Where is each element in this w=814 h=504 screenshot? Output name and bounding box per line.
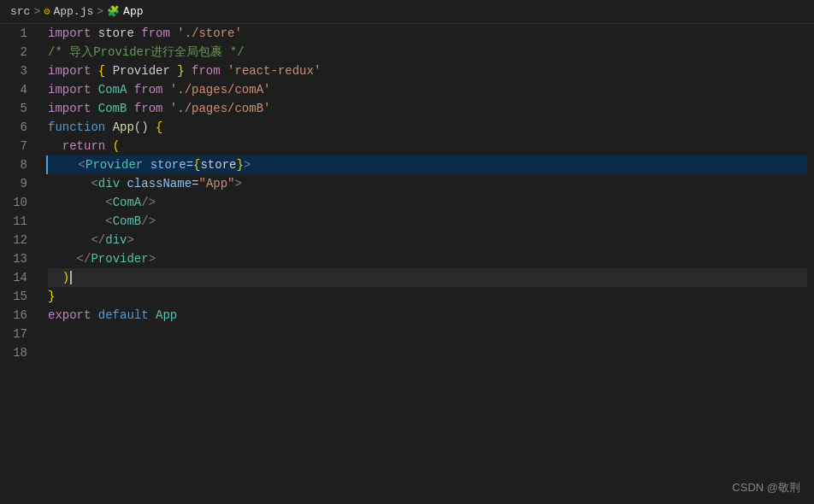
token: /* 导入Provider进行全局包裹 */ — [48, 43, 245, 62]
token: > — [244, 155, 251, 174]
text-cursor — [70, 271, 72, 284]
token: store — [150, 155, 186, 174]
token: div — [105, 231, 127, 249]
line-number: 17 — [7, 325, 27, 343]
line-number: 3 — [7, 62, 27, 80]
token: </ — [91, 231, 105, 249]
token: import — [48, 80, 98, 99]
code-line: <Provider store={store}> — [46, 155, 807, 174]
token — [48, 249, 77, 268]
code-line: <ComA/> — [48, 193, 807, 212]
token: function — [48, 118, 113, 137]
line-number: 11 — [7, 212, 27, 231]
token: () — [134, 118, 156, 137]
component-icon: 🧩 — [107, 5, 120, 18]
token: './store' — [177, 24, 242, 43]
line-number: 1 — [7, 24, 27, 43]
breadcrumb-appjs[interactable]: App.js — [53, 5, 93, 18]
token: < — [79, 155, 86, 174]
token — [48, 193, 105, 212]
token: default — [98, 306, 156, 325]
line-number: 7 — [7, 137, 27, 155]
token: App — [156, 306, 177, 325]
token — [48, 174, 91, 193]
token: from — [127, 99, 169, 118]
token — [48, 268, 62, 287]
token: /> — [141, 212, 156, 231]
token: = — [186, 155, 193, 174]
token: > — [235, 174, 242, 193]
line-number: 8 — [7, 155, 27, 174]
token: div — [98, 174, 120, 193]
code-line: </div> — [48, 231, 807, 249]
code-line: import ComA from './pages/comA' — [48, 80, 807, 99]
code-line: import ComB from './pages/comB' — [48, 99, 807, 118]
token — [143, 155, 150, 174]
line-number: 2 — [7, 43, 27, 62]
token: './pages/comB' — [170, 99, 271, 118]
breadcrumb-app: App — [123, 5, 143, 18]
token: import — [48, 62, 98, 80]
line-number: 16 — [7, 306, 27, 325]
token: } — [48, 287, 55, 306]
token: ComA — [98, 80, 127, 99]
token: ) — [62, 268, 69, 287]
token: Provider — [86, 155, 143, 174]
token: Provider — [113, 62, 178, 80]
watermark: CSDN @敬荆 — [732, 478, 800, 497]
token: ComA — [113, 193, 142, 212]
token: ComB — [98, 99, 127, 118]
line-number: 6 — [7, 118, 27, 137]
token: ComB — [113, 212, 142, 231]
token: } — [236, 155, 243, 174]
line-number: 9 — [7, 174, 27, 193]
editor: 123456789101112131415161718 import store… — [0, 24, 814, 504]
line-numbers: 123456789101112131415161718 — [0, 24, 41, 504]
token: Provider — [91, 249, 148, 268]
breadcrumb-src[interactable]: src — [10, 5, 30, 18]
token: store — [98, 24, 141, 43]
code-line: } — [48, 287, 807, 306]
line-number: 4 — [7, 80, 27, 99]
line-number: 10 — [7, 193, 27, 212]
token — [48, 212, 105, 231]
code-line: <ComB/> — [48, 212, 807, 231]
token: from — [127, 80, 169, 99]
token — [120, 174, 127, 193]
token: App — [113, 118, 134, 137]
token: { — [193, 155, 200, 174]
code-line: export default App — [48, 306, 807, 325]
code-line: </Provider> — [48, 249, 807, 268]
token: > — [127, 231, 133, 249]
breadcrumb-sep2: > — [97, 5, 103, 18]
code-area[interactable]: import store from './store'/* 导入Provider… — [41, 24, 814, 504]
code-line: /* 导入Provider进行全局包裹 */ — [48, 43, 807, 62]
code-line: return ( — [48, 137, 807, 155]
breadcrumb: src > ⚙ App.js > 🧩 App — [0, 0, 814, 24]
token: = — [192, 174, 198, 193]
token: { — [98, 62, 113, 80]
token — [48, 231, 91, 249]
token: 'react-redux' — [227, 62, 321, 80]
code-line: import { Provider } from 'react-redux' — [48, 62, 807, 80]
token: < — [91, 174, 97, 193]
code-line: function App() { — [48, 118, 807, 137]
token: } — [177, 62, 184, 80]
token: ( — [113, 137, 120, 155]
line-number: 18 — [7, 343, 27, 362]
line-number: 13 — [7, 249, 27, 268]
token: < — [105, 193, 112, 212]
token — [48, 137, 62, 155]
breadcrumb-sep1: > — [33, 5, 40, 18]
token: "App" — [198, 174, 234, 193]
token: store — [200, 155, 236, 174]
token: { — [156, 118, 162, 137]
token: export — [48, 306, 98, 325]
token: className — [127, 174, 192, 193]
code-line: import store from './store' — [48, 24, 807, 43]
token: import — [48, 99, 98, 118]
token: </ — [77, 249, 91, 268]
line-number: 15 — [7, 287, 27, 306]
appjs-icon: ⚙ — [44, 5, 50, 18]
token: './pages/comA' — [170, 80, 271, 99]
